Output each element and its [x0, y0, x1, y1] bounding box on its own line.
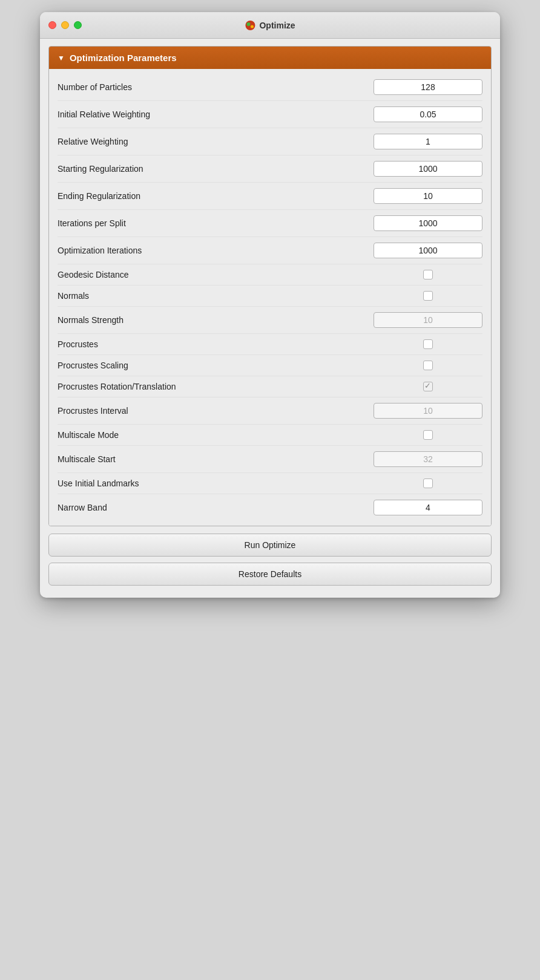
app-icon: [245, 20, 255, 31]
minimize-button[interactable]: [61, 21, 69, 29]
param-row-procrustes-interval: Procrustes Interval: [58, 397, 482, 425]
param-label-procrustes: Procrustes: [58, 339, 98, 349]
param-checkbox-procrustes[interactable]: [423, 339, 433, 349]
param-checkbox-normals[interactable]: [423, 291, 433, 301]
param-row-ending-regularization: Ending Regularization: [58, 183, 482, 210]
param-row-procrustes-rotation-translation: Procrustes Rotation/Translation: [58, 376, 482, 397]
svg-point-0: [245, 21, 255, 30]
param-label-ending-regularization: Ending Regularization: [58, 191, 140, 201]
param-label-normals-strength: Normals Strength: [58, 315, 123, 325]
param-label-geodesic-distance: Geodesic Distance: [58, 270, 129, 279]
param-row-normals: Normals: [58, 286, 482, 307]
param-row-iterations-per-split: Iterations per Split: [58, 210, 482, 237]
param-input-narrow-band[interactable]: [374, 500, 482, 515]
param-label-normals: Normals: [58, 291, 89, 301]
svg-point-1: [246, 22, 250, 26]
param-row-starting-regularization: Starting Regularization: [58, 155, 482, 183]
param-input-procrustes-interval: [374, 403, 482, 419]
svg-point-2: [251, 25, 254, 28]
param-row-initial-relative-weighting: Initial Relative Weighting: [58, 101, 482, 128]
param-label-optimization-iterations: Optimization Iterations: [58, 246, 142, 255]
param-checkbox-procrustes-rotation-translation: [423, 382, 433, 391]
param-checkbox-geodesic-distance[interactable]: [423, 270, 433, 279]
param-label-number-of-particles: Number of Particles: [58, 82, 132, 92]
param-label-initial-relative-weighting: Initial Relative Weighting: [58, 109, 150, 119]
param-input-relative-weighting[interactable]: [374, 134, 482, 149]
param-input-number-of-particles[interactable]: [374, 79, 482, 95]
param-label-procrustes-interval: Procrustes Interval: [58, 406, 128, 416]
param-row-procrustes: Procrustes: [58, 334, 482, 355]
maximize-button[interactable]: [74, 21, 82, 29]
param-checkbox-use-initial-landmarks[interactable]: [423, 479, 433, 488]
titlebar-title: Optimize: [245, 20, 295, 31]
param-row-optimization-iterations: Optimization Iterations: [58, 237, 482, 264]
param-row-multiscale-mode: Multiscale Mode: [58, 425, 482, 446]
param-input-ending-regularization[interactable]: [374, 188, 482, 204]
traffic-lights: [48, 21, 82, 29]
run-optimize-button[interactable]: Run Optimize: [48, 534, 492, 557]
param-row-relative-weighting: Relative Weighting: [58, 128, 482, 155]
param-input-iterations-per-split[interactable]: [374, 215, 482, 231]
restore-defaults-button[interactable]: Restore Defaults: [48, 563, 492, 586]
param-row-normals-strength: Normals Strength: [58, 307, 482, 334]
close-button[interactable]: [48, 21, 56, 29]
titlebar: Optimize: [40, 12, 500, 39]
param-row-geodesic-distance: Geodesic Distance: [58, 264, 482, 286]
param-label-iterations-per-split: Iterations per Split: [58, 218, 126, 228]
param-input-multiscale-start: [374, 451, 482, 467]
section-header[interactable]: ▼ Optimization Parameters: [49, 47, 491, 69]
param-label-procrustes-rotation-translation: Procrustes Rotation/Translation: [58, 382, 176, 391]
params-grid: Number of ParticlesInitial Relative Weig…: [49, 69, 491, 526]
param-row-use-initial-landmarks: Use Initial Landmarks: [58, 473, 482, 494]
window: Optimize ▼ Optimization Parameters Numbe…: [40, 12, 500, 598]
param-row-narrow-band: Narrow Band: [58, 494, 482, 521]
param-row-multiscale-start: Multiscale Start: [58, 446, 482, 473]
param-label-procrustes-scaling: Procrustes Scaling: [58, 361, 128, 370]
param-checkbox-procrustes-scaling[interactable]: [423, 361, 433, 370]
param-label-use-initial-landmarks: Use Initial Landmarks: [58, 479, 139, 488]
param-label-relative-weighting: Relative Weighting: [58, 137, 128, 146]
section-arrow: ▼: [58, 54, 65, 62]
param-input-starting-regularization[interactable]: [374, 161, 482, 177]
window-title: Optimize: [259, 21, 295, 30]
param-label-multiscale-start: Multiscale Start: [58, 454, 116, 464]
param-input-initial-relative-weighting[interactable]: [374, 106, 482, 122]
main-content: ▼ Optimization Parameters Number of Part…: [40, 39, 500, 598]
param-checkbox-multiscale-mode[interactable]: [423, 430, 433, 440]
section-panel: ▼ Optimization Parameters Number of Part…: [48, 46, 492, 526]
param-label-starting-regularization: Starting Regularization: [58, 164, 143, 174]
param-label-narrow-band: Narrow Band: [58, 503, 107, 512]
param-row-procrustes-scaling: Procrustes Scaling: [58, 355, 482, 376]
param-input-optimization-iterations[interactable]: [374, 243, 482, 258]
param-row-number-of-particles: Number of Particles: [58, 74, 482, 101]
param-label-multiscale-mode: Multiscale Mode: [58, 430, 119, 440]
param-input-normals-strength: [374, 312, 482, 328]
section-header-label: Optimization Parameters: [70, 53, 177, 63]
